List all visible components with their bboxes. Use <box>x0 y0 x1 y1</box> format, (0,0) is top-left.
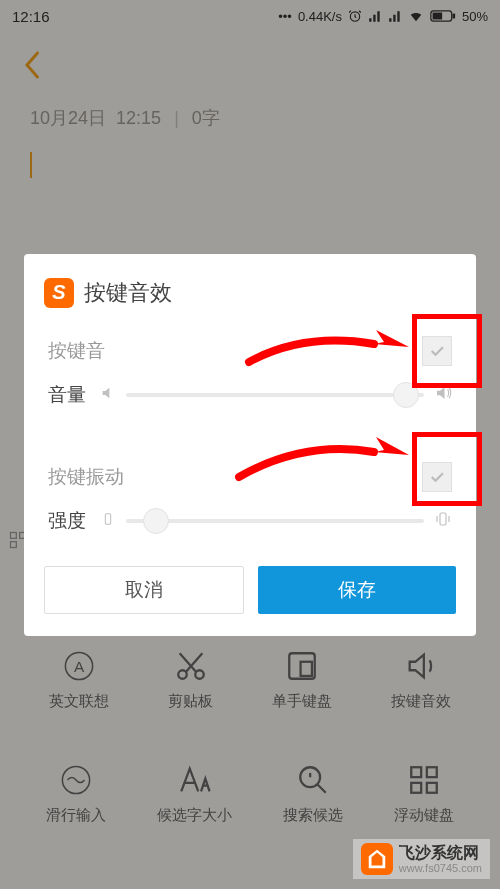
intensity-slider-thumb[interactable] <box>143 508 169 534</box>
intensity-slider[interactable] <box>126 519 424 523</box>
save-button[interactable]: 保存 <box>258 566 456 614</box>
vibrate-low-icon <box>100 511 116 531</box>
volume-slider[interactable] <box>126 393 424 397</box>
volume-slider-row: 音量 <box>24 376 476 426</box>
cancel-button[interactable]: 取消 <box>44 566 244 614</box>
volume-low-icon <box>100 385 116 405</box>
watermark-url: www.fs0745.com <box>399 862 482 874</box>
vibration-row: 按键振动 <box>24 452 476 502</box>
volume-label: 音量 <box>48 382 90 408</box>
intensity-label: 强度 <box>48 508 90 534</box>
dialog-header: S 按键音效 <box>24 278 476 326</box>
vibration-label: 按键振动 <box>48 464 422 490</box>
svg-rect-20 <box>440 513 446 525</box>
vibration-checkbox[interactable] <box>422 462 452 492</box>
dialog-title: 按键音效 <box>84 278 172 308</box>
watermark: 飞沙系统网 www.fs0745.com <box>353 839 490 879</box>
sound-settings-dialog: S 按键音效 按键音 音量 按键振动 <box>24 254 476 636</box>
sogou-logo-icon: S <box>44 278 74 308</box>
watermark-logo-icon <box>361 843 393 875</box>
vibrate-high-icon <box>434 510 452 532</box>
modal-overlay[interactable]: S 按键音效 按键音 音量 按键振动 <box>0 0 500 889</box>
intensity-slider-row: 强度 <box>24 502 476 552</box>
watermark-title: 飞沙系统网 <box>399 844 482 862</box>
keysound-label: 按键音 <box>48 338 422 364</box>
dialog-buttons: 取消 保存 <box>24 552 476 616</box>
volume-high-icon <box>434 384 452 406</box>
keysound-row: 按键音 <box>24 326 476 376</box>
keysound-checkbox[interactable] <box>422 336 452 366</box>
watermark-text: 飞沙系统网 www.fs0745.com <box>399 844 482 874</box>
volume-slider-thumb[interactable] <box>393 382 419 408</box>
svg-rect-19 <box>105 513 110 524</box>
